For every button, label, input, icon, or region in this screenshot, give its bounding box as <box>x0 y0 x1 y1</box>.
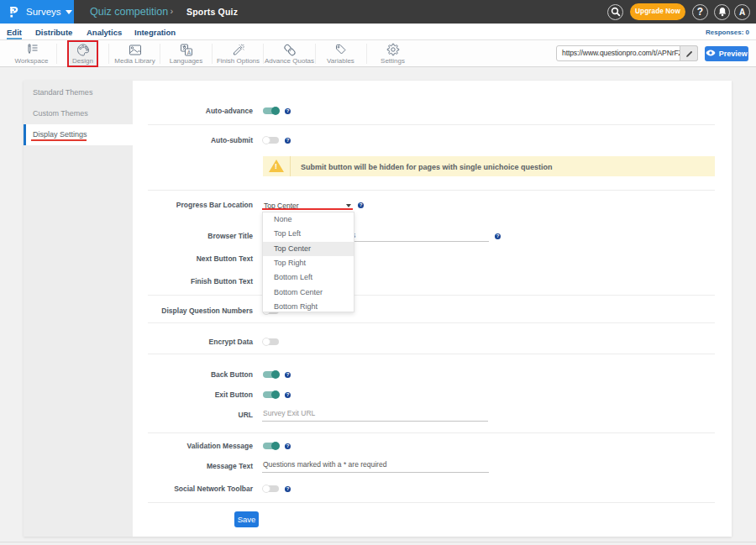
svg-text:A: A <box>186 50 191 55</box>
